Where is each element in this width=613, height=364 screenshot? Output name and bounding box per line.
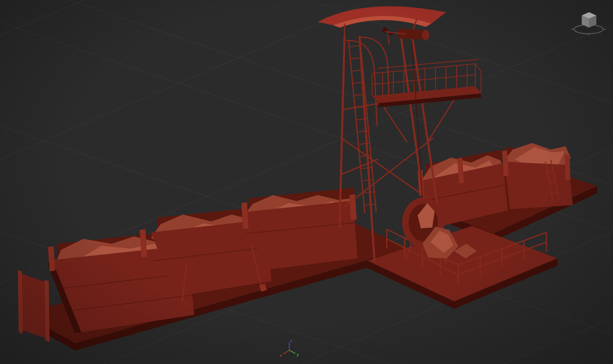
- binr2-post: [565, 154, 570, 180]
- motor-cap: [422, 30, 429, 40]
- fence-post: [45, 280, 50, 342]
- binr2-front-wall: [505, 162, 573, 209]
- fence-post: [18, 270, 23, 334]
- axis-x-label: x: [279, 353, 282, 358]
- ore-bin-r2: [502, 143, 573, 209]
- axis-y-label: y: [297, 353, 299, 357]
- left-fence-plank: [18, 270, 50, 342]
- axis-z-label: z: [290, 339, 292, 343]
- 3d-viewport[interactable]: z x y: [0, 0, 613, 364]
